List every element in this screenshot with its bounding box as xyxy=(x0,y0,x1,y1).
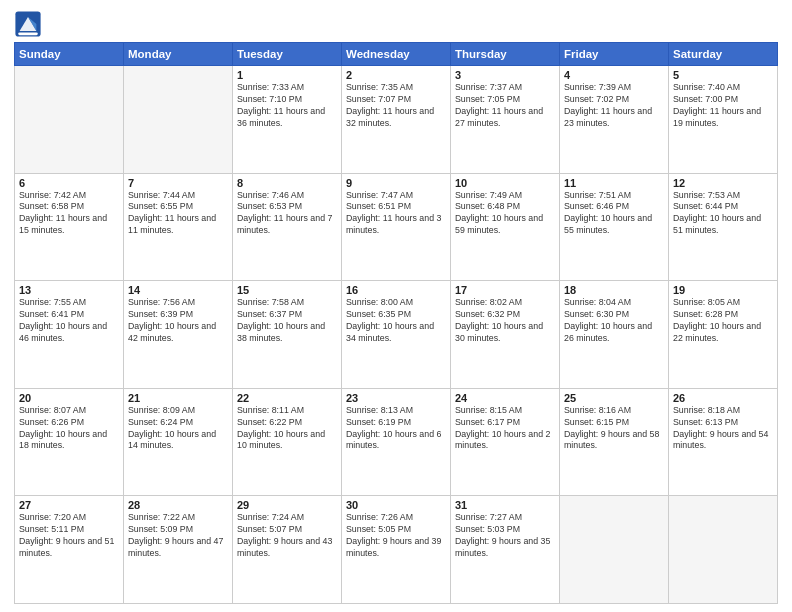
weekday-header-wednesday: Wednesday xyxy=(342,43,451,66)
weekday-header-monday: Monday xyxy=(124,43,233,66)
day-number: 14 xyxy=(128,284,228,296)
day-info: Sunrise: 7:40 AMSunset: 7:00 PMDaylight:… xyxy=(673,82,773,130)
calendar-cell: 7Sunrise: 7:44 AMSunset: 6:55 PMDaylight… xyxy=(124,173,233,281)
day-number: 21 xyxy=(128,392,228,404)
calendar-cell xyxy=(124,66,233,174)
calendar-cell: 18Sunrise: 8:04 AMSunset: 6:30 PMDayligh… xyxy=(560,281,669,389)
day-info: Sunrise: 8:02 AMSunset: 6:32 PMDaylight:… xyxy=(455,297,555,345)
day-info: Sunrise: 7:55 AMSunset: 6:41 PMDaylight:… xyxy=(19,297,119,345)
day-number: 7 xyxy=(128,177,228,189)
day-number: 31 xyxy=(455,499,555,511)
day-info: Sunrise: 7:24 AMSunset: 5:07 PMDaylight:… xyxy=(237,512,337,560)
day-number: 27 xyxy=(19,499,119,511)
calendar-week-3: 13Sunrise: 7:55 AMSunset: 6:41 PMDayligh… xyxy=(15,281,778,389)
logo-icon xyxy=(14,10,42,38)
calendar-cell xyxy=(669,496,778,604)
day-info: Sunrise: 7:22 AMSunset: 5:09 PMDaylight:… xyxy=(128,512,228,560)
weekday-header-friday: Friday xyxy=(560,43,669,66)
calendar-cell: 31Sunrise: 7:27 AMSunset: 5:03 PMDayligh… xyxy=(451,496,560,604)
day-number: 16 xyxy=(346,284,446,296)
weekday-header-sunday: Sunday xyxy=(15,43,124,66)
calendar-cell: 8Sunrise: 7:46 AMSunset: 6:53 PMDaylight… xyxy=(233,173,342,281)
day-number: 12 xyxy=(673,177,773,189)
day-number: 13 xyxy=(19,284,119,296)
day-number: 11 xyxy=(564,177,664,189)
day-info: Sunrise: 7:37 AMSunset: 7:05 PMDaylight:… xyxy=(455,82,555,130)
day-number: 15 xyxy=(237,284,337,296)
svg-rect-3 xyxy=(18,32,38,35)
calendar-table: SundayMondayTuesdayWednesdayThursdayFrid… xyxy=(14,42,778,604)
day-number: 28 xyxy=(128,499,228,511)
calendar-cell: 25Sunrise: 8:16 AMSunset: 6:15 PMDayligh… xyxy=(560,388,669,496)
calendar-cell: 22Sunrise: 8:11 AMSunset: 6:22 PMDayligh… xyxy=(233,388,342,496)
day-info: Sunrise: 8:05 AMSunset: 6:28 PMDaylight:… xyxy=(673,297,773,345)
day-number: 26 xyxy=(673,392,773,404)
calendar-cell: 3Sunrise: 7:37 AMSunset: 7:05 PMDaylight… xyxy=(451,66,560,174)
calendar-cell: 1Sunrise: 7:33 AMSunset: 7:10 PMDaylight… xyxy=(233,66,342,174)
day-info: Sunrise: 7:20 AMSunset: 5:11 PMDaylight:… xyxy=(19,512,119,560)
day-number: 25 xyxy=(564,392,664,404)
day-info: Sunrise: 8:16 AMSunset: 6:15 PMDaylight:… xyxy=(564,405,664,453)
calendar-cell: 29Sunrise: 7:24 AMSunset: 5:07 PMDayligh… xyxy=(233,496,342,604)
calendar-week-4: 20Sunrise: 8:07 AMSunset: 6:26 PMDayligh… xyxy=(15,388,778,496)
day-info: Sunrise: 8:04 AMSunset: 6:30 PMDaylight:… xyxy=(564,297,664,345)
day-info: Sunrise: 7:35 AMSunset: 7:07 PMDaylight:… xyxy=(346,82,446,130)
day-info: Sunrise: 7:44 AMSunset: 6:55 PMDaylight:… xyxy=(128,190,228,238)
weekday-header-tuesday: Tuesday xyxy=(233,43,342,66)
day-info: Sunrise: 8:07 AMSunset: 6:26 PMDaylight:… xyxy=(19,405,119,453)
calendar-cell: 19Sunrise: 8:05 AMSunset: 6:28 PMDayligh… xyxy=(669,281,778,389)
day-info: Sunrise: 8:18 AMSunset: 6:13 PMDaylight:… xyxy=(673,405,773,453)
calendar-cell: 20Sunrise: 8:07 AMSunset: 6:26 PMDayligh… xyxy=(15,388,124,496)
day-info: Sunrise: 7:27 AMSunset: 5:03 PMDaylight:… xyxy=(455,512,555,560)
day-info: Sunrise: 8:09 AMSunset: 6:24 PMDaylight:… xyxy=(128,405,228,453)
day-info: Sunrise: 7:53 AMSunset: 6:44 PMDaylight:… xyxy=(673,190,773,238)
day-info: Sunrise: 7:51 AMSunset: 6:46 PMDaylight:… xyxy=(564,190,664,238)
day-info: Sunrise: 8:13 AMSunset: 6:19 PMDaylight:… xyxy=(346,405,446,453)
day-info: Sunrise: 7:42 AMSunset: 6:58 PMDaylight:… xyxy=(19,190,119,238)
day-number: 17 xyxy=(455,284,555,296)
calendar-cell: 17Sunrise: 8:02 AMSunset: 6:32 PMDayligh… xyxy=(451,281,560,389)
day-number: 22 xyxy=(237,392,337,404)
day-number: 2 xyxy=(346,69,446,81)
day-number: 4 xyxy=(564,69,664,81)
calendar-cell: 27Sunrise: 7:20 AMSunset: 5:11 PMDayligh… xyxy=(15,496,124,604)
calendar-cell: 30Sunrise: 7:26 AMSunset: 5:05 PMDayligh… xyxy=(342,496,451,604)
day-info: Sunrise: 7:49 AMSunset: 6:48 PMDaylight:… xyxy=(455,190,555,238)
calendar-cell: 2Sunrise: 7:35 AMSunset: 7:07 PMDaylight… xyxy=(342,66,451,174)
day-info: Sunrise: 7:39 AMSunset: 7:02 PMDaylight:… xyxy=(564,82,664,130)
calendar-cell: 26Sunrise: 8:18 AMSunset: 6:13 PMDayligh… xyxy=(669,388,778,496)
day-number: 29 xyxy=(237,499,337,511)
calendar-cell: 21Sunrise: 8:09 AMSunset: 6:24 PMDayligh… xyxy=(124,388,233,496)
day-info: Sunrise: 7:47 AMSunset: 6:51 PMDaylight:… xyxy=(346,190,446,238)
day-info: Sunrise: 8:00 AMSunset: 6:35 PMDaylight:… xyxy=(346,297,446,345)
day-number: 30 xyxy=(346,499,446,511)
calendar-cell: 24Sunrise: 8:15 AMSunset: 6:17 PMDayligh… xyxy=(451,388,560,496)
calendar-cell: 15Sunrise: 7:58 AMSunset: 6:37 PMDayligh… xyxy=(233,281,342,389)
calendar-cell xyxy=(15,66,124,174)
calendar-week-2: 6Sunrise: 7:42 AMSunset: 6:58 PMDaylight… xyxy=(15,173,778,281)
day-info: Sunrise: 8:11 AMSunset: 6:22 PMDaylight:… xyxy=(237,405,337,453)
calendar-cell: 11Sunrise: 7:51 AMSunset: 6:46 PMDayligh… xyxy=(560,173,669,281)
calendar-cell: 12Sunrise: 7:53 AMSunset: 6:44 PMDayligh… xyxy=(669,173,778,281)
calendar-cell xyxy=(560,496,669,604)
logo xyxy=(14,10,44,38)
calendar-cell: 13Sunrise: 7:55 AMSunset: 6:41 PMDayligh… xyxy=(15,281,124,389)
day-number: 1 xyxy=(237,69,337,81)
calendar-cell: 9Sunrise: 7:47 AMSunset: 6:51 PMDaylight… xyxy=(342,173,451,281)
calendar-week-1: 1Sunrise: 7:33 AMSunset: 7:10 PMDaylight… xyxy=(15,66,778,174)
day-info: Sunrise: 7:33 AMSunset: 7:10 PMDaylight:… xyxy=(237,82,337,130)
day-number: 24 xyxy=(455,392,555,404)
calendar-cell: 16Sunrise: 8:00 AMSunset: 6:35 PMDayligh… xyxy=(342,281,451,389)
day-number: 5 xyxy=(673,69,773,81)
day-number: 3 xyxy=(455,69,555,81)
weekday-header-saturday: Saturday xyxy=(669,43,778,66)
calendar-cell: 5Sunrise: 7:40 AMSunset: 7:00 PMDaylight… xyxy=(669,66,778,174)
calendar-week-5: 27Sunrise: 7:20 AMSunset: 5:11 PMDayligh… xyxy=(15,496,778,604)
day-number: 10 xyxy=(455,177,555,189)
day-number: 18 xyxy=(564,284,664,296)
logo-area xyxy=(14,10,44,38)
day-info: Sunrise: 7:56 AMSunset: 6:39 PMDaylight:… xyxy=(128,297,228,345)
calendar-cell: 14Sunrise: 7:56 AMSunset: 6:39 PMDayligh… xyxy=(124,281,233,389)
day-info: Sunrise: 7:26 AMSunset: 5:05 PMDaylight:… xyxy=(346,512,446,560)
day-number: 6 xyxy=(19,177,119,189)
